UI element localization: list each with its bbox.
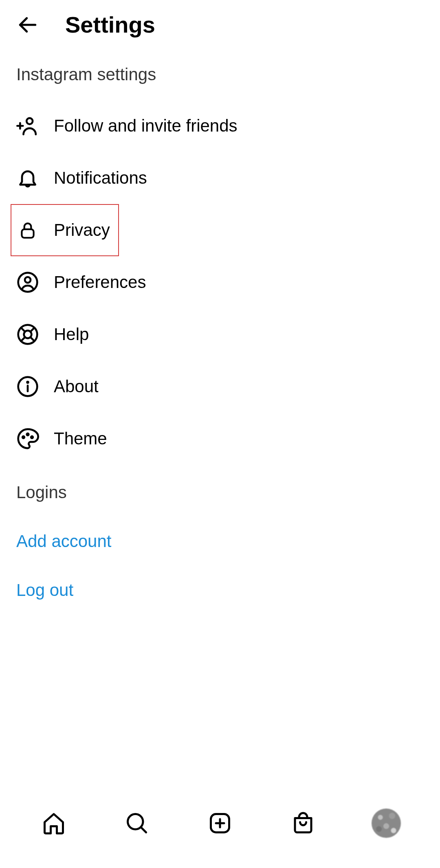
lifebuoy-icon — [16, 323, 39, 346]
log-out-link[interactable]: Log out — [0, 566, 440, 615]
search-icon — [125, 811, 149, 835]
menu-item-help[interactable]: Help — [0, 308, 440, 360]
section-logins: Logins — [0, 465, 440, 517]
settings-menu: Follow and invite friends Notifications … — [0, 100, 440, 465]
menu-item-about[interactable]: About — [0, 360, 440, 413]
svg-line-12 — [21, 337, 25, 341]
section-instagram-settings: Instagram settings — [0, 49, 440, 100]
svg-point-17 — [27, 433, 29, 435]
nav-home[interactable] — [39, 809, 68, 838]
menu-item-theme[interactable]: Theme — [0, 413, 440, 465]
palette-icon — [16, 427, 39, 450]
shopping-bag-icon — [291, 811, 315, 835]
svg-point-6 — [25, 277, 31, 283]
arrow-left-icon — [16, 13, 39, 36]
lock-icon — [16, 219, 39, 242]
person-add-icon — [16, 114, 39, 137]
menu-label: Notifications — [54, 168, 147, 188]
svg-line-20 — [141, 827, 146, 833]
avatar — [372, 809, 401, 838]
svg-point-15 — [27, 382, 29, 383]
page-title: Settings — [65, 11, 155, 38]
menu-item-follow-invite[interactable]: Follow and invite friends — [0, 100, 440, 152]
nav-search[interactable] — [122, 809, 152, 838]
menu-label: Follow and invite friends — [54, 116, 238, 136]
menu-item-preferences[interactable]: Preferences — [0, 256, 440, 308]
menu-item-notifications[interactable]: Notifications — [0, 152, 440, 204]
home-icon — [42, 811, 66, 835]
menu-label: About — [54, 377, 99, 396]
svg-point-16 — [22, 436, 24, 438]
nav-shop[interactable] — [288, 809, 318, 838]
menu-label: Theme — [54, 429, 107, 448]
svg-line-9 — [21, 327, 25, 332]
bottom-navigation — [0, 795, 440, 868]
bell-icon — [16, 167, 39, 189]
svg-point-1 — [26, 118, 33, 124]
nav-profile[interactable] — [372, 809, 401, 838]
svg-line-10 — [31, 337, 35, 341]
svg-rect-4 — [22, 229, 33, 238]
menu-item-privacy[interactable]: Privacy — [11, 204, 119, 256]
add-account-link[interactable]: Add account — [0, 517, 440, 566]
info-icon — [16, 375, 39, 398]
svg-line-11 — [31, 327, 35, 332]
menu-label: Privacy — [54, 220, 110, 240]
back-button[interactable] — [16, 13, 39, 36]
menu-label: Help — [54, 325, 89, 344]
plus-square-icon — [208, 811, 232, 835]
user-circle-icon — [16, 271, 39, 294]
nav-create[interactable] — [205, 809, 235, 838]
svg-point-18 — [31, 436, 33, 438]
menu-label: Preferences — [54, 272, 146, 292]
